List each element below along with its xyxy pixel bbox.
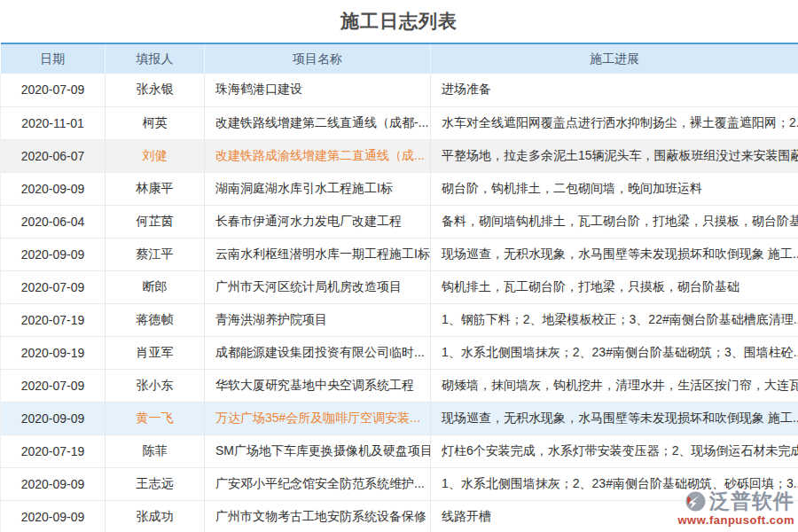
table-row[interactable]: 2020-09-09 蔡江平 云南水利枢纽潜明水库一期工程施工I标 现场巡查，无…: [1, 238, 798, 270]
cell-date: 2020-09-09: [1, 467, 106, 500]
cell-date: 2020-07-09: [1, 74, 106, 106]
cell-reporter-link[interactable]: 陈菲: [106, 434, 205, 467]
cell-progress: 钩机排土，瓦工砌台阶，打地梁，只摸板，砌台阶基础: [431, 270, 798, 303]
cell-reporter-link[interactable]: 蒋德帧: [106, 303, 205, 336]
construction-log-table: 日期 填报人 项目名称 施工进展 2020-07-09 张永银 珠海鹤港口建设 …: [0, 43, 798, 532]
table-row[interactable]: 2020-09-19 肖亚军 成都能源建设集团投资有限公司临时... 1、水系北…: [1, 336, 798, 369]
cell-reporter-link[interactable]: 张小东: [106, 369, 205, 402]
column-header-progress: 施工进展: [431, 43, 798, 74]
cell-reporter-link[interactable]: 林康平: [106, 172, 205, 205]
cell-project-link[interactable]: 珠海鹤港口建设: [205, 74, 431, 106]
cell-reporter-link[interactable]: 断郎: [106, 270, 205, 303]
table-row[interactable]: 2020-07-19 蒋德帧 青海洪湖养护院项目 1、钢筋下料；2、地梁模板校正…: [1, 303, 798, 336]
construction-log-page: 施工日志列表 日期 填报人 项目名称 施工进展 2020-07-09 张永银 珠…: [0, 0, 798, 532]
column-header-reporter: 填报人: [106, 43, 205, 74]
table-row[interactable]: 2020-09-09 黄一飞 万达广场35#会所及咖啡厅空调安装... 现场巡查…: [1, 402, 798, 434]
cell-date: 2020-06-07: [1, 139, 106, 172]
cell-project-link[interactable]: 青海洪湖养护院项目: [205, 303, 431, 336]
cell-progress: 线路开槽: [431, 500, 798, 532]
cell-date: 2020-07-09: [1, 369, 106, 402]
cell-reporter-link[interactable]: 张成功: [106, 500, 205, 532]
table-row[interactable]: 2020-11-01 柯英 改建铁路线增建第二线直通线（成都-... 水车对全线…: [1, 106, 798, 139]
table-row[interactable]: 2020-07-09 张小东 华软大厦研究基地中央空调系统工程 砌矮墙，抹间墙灰…: [1, 369, 798, 402]
cell-project-link[interactable]: 长春市伊通河水力发电厂改建工程: [205, 205, 431, 238]
cell-date: 2020-09-09: [1, 238, 106, 270]
cell-progress: 灯柱6个安装完成，水系灯带安装变压器；2、现场倒运石材未完成...: [431, 434, 798, 467]
table-row[interactable]: 2020-06-07 刘健 改建铁路成渝线增建第二直通线（成... 平整场地，拉…: [1, 139, 798, 172]
cell-project-link[interactable]: 广州市天河区统计局机房改造项目: [205, 270, 431, 303]
cell-date: 2020-06-04: [1, 205, 106, 238]
cell-progress: 1、水系北侧围墙抹灰；2、23#南侧台阶基础砌筑、砂砾回填；3...: [431, 467, 798, 500]
cell-reporter-link[interactable]: 柯英: [106, 106, 205, 139]
cell-date: 2020-07-09: [1, 270, 106, 303]
cell-progress: 1、钢筋下料；2、地梁模板校正；3、22#南侧台阶基础槽底清理...: [431, 303, 798, 336]
column-header-date: 日期: [1, 43, 106, 74]
cell-progress: 进场准备: [431, 74, 798, 106]
cell-reporter-link[interactable]: 刘健: [106, 139, 205, 172]
cell-project-link[interactable]: 广州市文物考古工地安防系统设备保修: [205, 500, 431, 532]
table-row[interactable]: 2020-09-09 张成功 广州市文物考古工地安防系统设备保修 线路开槽: [1, 500, 798, 532]
log-table-body: 2020-07-09 张永银 珠海鹤港口建设 进场准备 2020-11-01 柯…: [1, 74, 798, 532]
page-title: 施工日志列表: [0, 0, 798, 43]
cell-reporter-link[interactable]: 黄一飞: [106, 402, 205, 434]
cell-project-link[interactable]: 云南水利枢纽潜明水库一期工程施工I标: [205, 238, 431, 270]
cell-reporter-link[interactable]: 张永银: [106, 74, 205, 106]
cell-progress: 备料，砌间墙钩机排土，瓦工砌台阶，打地梁，只摸板，砌台阶基...: [431, 205, 798, 238]
cell-progress: 平整场地，拉走多余泥土15辆泥头车，围蔽板班组没过来安装围蔽...: [431, 139, 798, 172]
column-header-project: 项目名称: [205, 43, 431, 74]
cell-date: 2020-09-09: [1, 402, 106, 434]
cell-date: 2020-09-09: [1, 172, 106, 205]
cell-reporter-link[interactable]: 何芷茵: [106, 205, 205, 238]
cell-project-link[interactable]: SM广场地下车库更换摄像机及硬盘项目: [205, 434, 431, 467]
cell-reporter-link[interactable]: 王志远: [106, 467, 205, 500]
cell-date: 2020-11-01: [1, 106, 106, 139]
cell-date: 2020-09-09: [1, 500, 106, 532]
cell-project-link[interactable]: 广安邓小平纪念馆安全防范系统维护...: [205, 467, 431, 500]
table-row[interactable]: 2020-07-09 断郎 广州市天河区统计局机房改造项目 钩机排土，瓦工砌台阶…: [1, 270, 798, 303]
cell-progress: 现场巡查，无积水现象，水马围壁等未发现损坏和吹倒现象 施工...: [431, 238, 798, 270]
cell-project-link[interactable]: 华软大厦研究基地中央空调系统工程: [205, 369, 431, 402]
cell-project-link[interactable]: 成都能源建设集团投资有限公司临时...: [205, 336, 431, 369]
cell-date: 2020-07-19: [1, 434, 106, 467]
cell-date: 2020-09-19: [1, 336, 106, 369]
table-row[interactable]: 2020-09-09 林康平 湖南洞庭湖水库引水工程施工I标 砌台阶，钩机排土，…: [1, 172, 798, 205]
table-header: 日期 填报人 项目名称 施工进展: [1, 43, 798, 74]
cell-project-link[interactable]: 湖南洞庭湖水库引水工程施工I标: [205, 172, 431, 205]
cell-progress: 水车对全线遮阳网覆盖点进行洒水抑制扬尘，裸土覆盖遮阳网；2...: [431, 106, 798, 139]
table-header-row: 日期 填报人 项目名称 施工进展: [1, 43, 798, 74]
cell-project-link[interactable]: 改建铁路成渝线增建第二直通线（成...: [205, 139, 431, 172]
cell-progress: 1、水系北侧围墙抹灰；2、23#南侧台阶基础砌筑；3、围墙柱砼...: [431, 336, 798, 369]
cell-date: 2020-07-19: [1, 303, 106, 336]
cell-progress: 砌台阶，钩机排土，二包砌间墙，晚间加班运料: [431, 172, 798, 205]
table-row[interactable]: 2020-09-09 王志远 广安邓小平纪念馆安全防范系统维护... 1、水系北…: [1, 467, 798, 500]
cell-project-link[interactable]: 万达广场35#会所及咖啡厅空调安装...: [205, 402, 431, 434]
cell-reporter-link[interactable]: 蔡江平: [106, 238, 205, 270]
cell-project-link[interactable]: 改建铁路线增建第二线直通线（成都-...: [205, 106, 431, 139]
cell-reporter-link[interactable]: 肖亚军: [106, 336, 205, 369]
table-row[interactable]: 2020-06-04 何芷茵 长春市伊通河水力发电厂改建工程 备料，砌间墙钩机排…: [1, 205, 798, 238]
cell-progress: 砌矮墙，抹间墙灰，钩机挖井，清理水井，生活区按门帘，大连瓦...: [431, 369, 798, 402]
cell-progress: 现场巡查，无积水现象，水马围壁等未发现损坏和吹倒现象 施工...: [431, 402, 798, 434]
table-row[interactable]: 2020-07-19 陈菲 SM广场地下车库更换摄像机及硬盘项目 灯柱6个安装完…: [1, 434, 798, 467]
table-row[interactable]: 2020-07-09 张永银 珠海鹤港口建设 进场准备: [1, 74, 798, 106]
